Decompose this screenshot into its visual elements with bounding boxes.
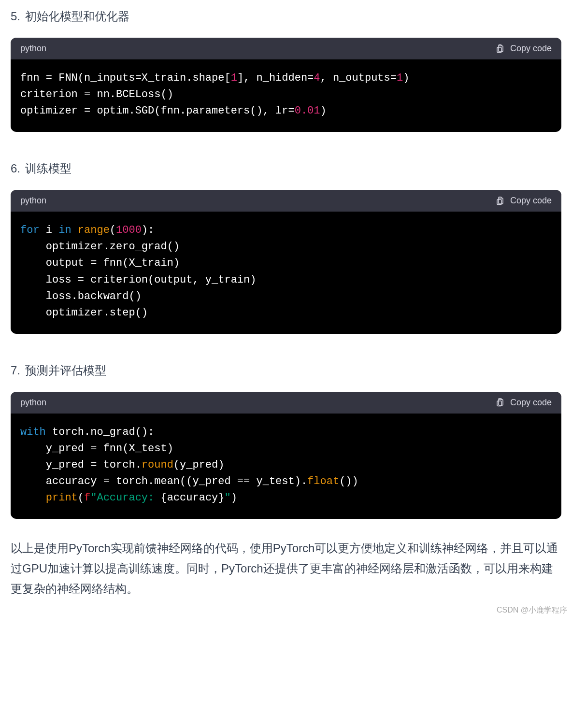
section-heading-7: 7. 预测并评估模型 (11, 363, 561, 378)
code-header: python Copy code (11, 38, 561, 59)
section-number: 6. (11, 162, 20, 175)
language-label: python (20, 196, 46, 206)
copy-code-label: Copy code (510, 43, 552, 54)
closing-paragraph: 以上是使用PyTorch实现前馈神经网络的代码，使用PyTorch可以更方便地定… (11, 538, 561, 599)
section-title: 预测并评估模型 (25, 363, 106, 378)
copy-code-button[interactable]: Copy code (496, 398, 552, 408)
code-block-1: python Copy code fnn = FNN(n_inputs=X_tr… (11, 38, 561, 132)
clipboard-icon (496, 196, 504, 206)
copy-code-button[interactable]: Copy code (496, 196, 552, 206)
section-heading-6: 6. 训练模型 (11, 161, 561, 176)
svg-rect-0 (499, 46, 503, 52)
code-header: python Copy code (11, 190, 561, 212)
clipboard-icon (496, 398, 504, 407)
code-block-3: python Copy code with torch.no_grad(): y… (11, 392, 561, 519)
section-number: 7. (11, 364, 20, 377)
copy-code-label: Copy code (510, 196, 552, 206)
code-header: python Copy code (11, 392, 561, 414)
language-label: python (20, 398, 46, 408)
section-title: 初始化模型和优化器 (25, 9, 129, 24)
code-body-1: fnn = FNN(n_inputs=X_train.shape[1], n_h… (11, 59, 561, 132)
clipboard-icon (496, 44, 504, 54)
section-title: 训练模型 (25, 161, 72, 176)
copy-code-button[interactable]: Copy code (496, 43, 552, 54)
section-number: 5. (11, 10, 20, 23)
copy-code-label: Copy code (510, 398, 552, 408)
svg-rect-2 (499, 198, 503, 204)
code-body-2: for i in range(1000): optimizer.zero_gra… (11, 212, 561, 334)
watermark: CSDN @小鹿学程序 (497, 605, 567, 615)
section-heading-5: 5. 初始化模型和优化器 (11, 9, 561, 24)
code-block-2: python Copy code for i in range(1000): o… (11, 190, 561, 334)
code-body-3: with torch.no_grad(): y_pred = fnn(X_tes… (11, 414, 561, 519)
svg-rect-4 (499, 400, 503, 405)
language-label: python (20, 43, 46, 54)
